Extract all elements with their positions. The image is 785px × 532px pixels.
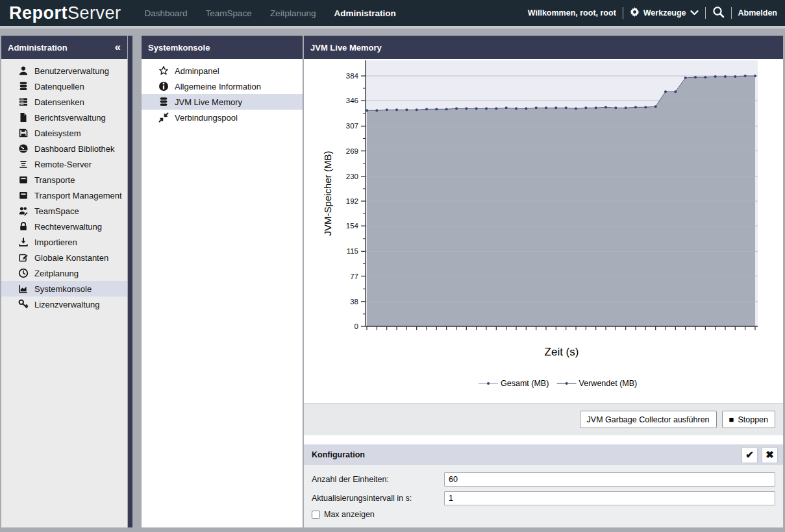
svg-text:JVM-Speicher (MB): JVM-Speicher (MB) [322,151,333,236]
item-label: Adminpanel [175,66,219,76]
sidebar-item-systemkonsole[interactable]: Systemkonsole [1,281,127,296]
max-anzeigen-checkbox[interactable] [312,511,320,519]
lock-icon [18,221,29,232]
interval-field-row: Aktualisierungsintervall in s: [312,491,775,505]
key-icon [18,299,29,309]
item-label: Remote-Server [34,160,92,169]
sidebar-item-lizenzverwaltung[interactable]: Lizenzverwaltung [1,296,127,312]
top-nav-administration[interactable]: Administration [334,8,395,18]
collapse-arrows-icon [158,112,169,123]
interval-input[interactable] [444,491,775,505]
gear-icon [630,7,640,19]
box-icon [18,190,29,200]
top-nav-teamspace[interactable]: TeamSpace [206,8,252,18]
svg-text:346: 346 [346,97,358,104]
tools-menu[interactable]: Werkzeuge [630,7,699,19]
svg-text:384: 384 [346,72,359,80]
systemkonsole-nav-list: AdminpanelAllgemeine InformationJVM Live… [142,59,303,125]
console-item-allgemeine-information[interactable]: Allgemeine Information [142,79,303,94]
server-icon [18,159,29,169]
units-field-row: Anzahl der Einheiten: [312,472,775,487]
separator [731,7,732,19]
systemkonsole-panel-header: Systemkonsole [142,36,303,59]
max-anzeigen-row: Max anzeigen [312,510,375,519]
memory-chart-svg: 03877115154192230269307346384JVM-Speiche… [304,59,783,403]
svg-text:77: 77 [350,272,358,280]
stop-button[interactable]: ■Stoppen [722,411,775,428]
top-nav: DashboardTeamSpaceZeitplanungAdministrat… [145,8,396,18]
page-title: JVM Live Memory [310,43,382,53]
sidebar-item-rechteverwaltung[interactable]: Rechteverwaltung [1,219,127,234]
collapse-sidebar-icon[interactable]: « [115,41,121,54]
gap-strip [304,435,783,444]
units-input[interactable] [444,472,775,487]
top-nav-zeitplanung[interactable]: Zeitplanung [270,8,316,18]
jvm-live-memory-panel: JVM Live Memory 038771151541922302693073… [304,36,783,527]
top-nav-dashboard[interactable]: Dashboard [145,8,188,18]
sidebar-item-dateisystem[interactable]: Dateisystem [1,125,127,141]
item-label: Allgemeine Information [175,82,261,91]
svg-text:269: 269 [346,147,358,155]
logo-bold: Report [9,3,68,23]
sidebar-splitter[interactable] [128,36,132,527]
topbar-bottom-strip [0,26,785,29]
sidebar-item-benutzerverwaltung[interactable]: Benutzerverwaltung [1,63,127,79]
svg-text:Verwendet (MB): Verwendet (MB) [579,379,638,388]
max-anzeigen-label: Max anzeigen [324,510,375,519]
administration-nav-list: BenutzerverwaltungDatenquellenDatensenke… [1,59,127,312]
logout-button[interactable]: Abmelden [738,8,777,18]
konfiguration-title: Konfiguration [312,450,365,459]
file-icon [18,112,29,123]
search-button[interactable] [712,6,725,20]
console-item-adminpanel[interactable]: Adminpanel [142,63,303,79]
sidebar-item-zeitplanung[interactable]: Zeitplanung [1,265,127,281]
import-icon [18,237,29,247]
top-bar: ReportServer DashboardTeamSpaceZeitplanu… [0,0,785,26]
console-item-verbindungspool[interactable]: Verbindungspool [142,110,303,125]
cancel-button[interactable]: ✖ [762,447,778,463]
svg-text:307: 307 [346,122,358,130]
administration-sidebar-header: Administration « [1,36,127,59]
console-item-jvm-live-memory[interactable]: JVM Live Memory [142,94,303,110]
item-label: Dateisystem [34,128,81,138]
administration-sidebar: Administration « BenutzerverwaltungDaten… [1,36,127,527]
reportserver-logo[interactable]: ReportServer [9,3,121,23]
konfiguration-header: Konfiguration ✔ ✖ [304,444,783,465]
svg-text:Gesamt (MB): Gesamt (MB) [501,379,549,388]
sidebar-item-transporte[interactable]: Transporte [1,172,127,187]
sidebar-item-berichtsverwaltung[interactable]: Berichtsverwaltung [1,110,127,125]
item-label: Systemkonsole [34,284,92,294]
database-icon [158,97,169,107]
sidebar-item-transport-management[interactable]: Transport Management [1,187,127,203]
sidebar-item-importieren[interactable]: Importieren [1,234,127,250]
item-label: Transporte [34,175,75,185]
svg-text:154: 154 [346,222,359,230]
chart-icon [18,284,29,294]
welcome-text: Willkommen, root, root [528,8,616,18]
item-label: Datenquellen [34,82,84,91]
gc-button[interactable]: JVM Garbage Collector ausführen [580,411,717,428]
units-label: Anzahl der Einheiten: [312,475,444,484]
svg-text:Zeit (s): Zeit (s) [545,346,579,358]
item-label: Benutzerverwaltung [34,66,109,76]
stop-square-icon: ■ [729,415,734,424]
sidebar-item-datenquellen[interactable]: Datenquellen [1,79,127,94]
star-icon [158,66,169,76]
svg-text:38: 38 [350,298,358,306]
sidebar-item-remote-server[interactable]: Remote-Server [1,156,127,172]
tools-label: Werkzeuge [643,8,686,18]
info-icon [158,81,169,91]
konfiguration-form: Anzahl der Einheiten: Aktualisierungsint… [304,465,783,527]
sidebar-item-teamspace[interactable]: TeamSpace [1,203,127,219]
sidebar-item-datensenken[interactable]: Datensenken [1,94,127,110]
sidebar-item-globale-konstanten[interactable]: Globale Konstanten [1,250,127,265]
item-label: Verbindungspool [175,113,238,123]
database-icon [18,81,29,91]
apply-button[interactable]: ✔ [741,447,758,463]
item-label: Berichtsverwaltung [34,113,106,123]
svg-text:115: 115 [347,247,358,255]
sidebar-item-dashboard-bibliothek[interactable]: Dashboard Bibliothek [1,141,127,156]
chevron-down-icon [690,8,699,18]
user-icon [18,66,29,76]
check-icon: ✔ [745,449,754,461]
